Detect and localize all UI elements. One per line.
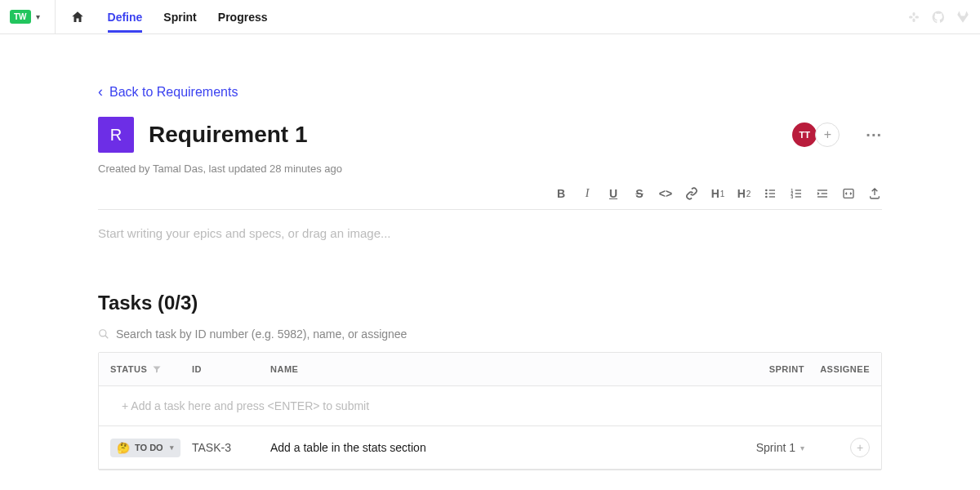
svg-rect-9 [769,196,775,197]
col-id[interactable]: ID [192,364,270,374]
thinking-emoji-icon: 🤔 [117,442,130,454]
task-search-input[interactable]: Search task by ID number (e.g. 5982), na… [98,327,882,341]
page-title[interactable]: Requirement 1 [149,122,777,148]
add-assignee-button[interactable]: + [815,122,840,147]
svg-rect-0 [909,16,913,18]
strikethrough-button[interactable]: S [632,186,647,201]
upload-button[interactable] [867,186,882,201]
outdent-button[interactable] [815,186,830,201]
tasks-heading: Tasks (0/3) [98,292,882,314]
more-menu-button[interactable]: ··· [866,126,882,145]
requirement-badge: R [98,117,134,153]
bullet-list-button[interactable] [763,186,777,201]
editor-toolbar: B I U S <> H1 H2 123 [98,181,882,210]
github-icon[interactable] [931,10,946,24]
task-id: TASK-3 [192,441,270,454]
status-label: TO DO [135,443,163,452]
svg-text:3: 3 [791,194,793,199]
workspace-switcher[interactable]: TW [10,10,31,24]
chevron-down-icon: ▾ [36,12,40,21]
h2-button[interactable]: H2 [737,186,751,201]
col-status[interactable]: STATUS [110,364,192,374]
home-icon[interactable] [70,10,85,24]
svg-point-4 [765,189,768,192]
search-icon [98,328,109,340]
table-row[interactable]: 🤔 TO DO ▾ TASK-3 Add a table in the stat… [99,426,881,470]
status-pill[interactable]: 🤔 TO DO ▾ [110,439,180,457]
svg-rect-17 [822,193,827,194]
code-button[interactable]: <> [658,186,673,201]
add-task-input[interactable]: + Add a task here and press <ENTER> to s… [99,386,881,426]
chevron-left-icon: ‹ [98,83,103,100]
svg-rect-18 [817,196,827,197]
h1-button[interactable]: H1 [710,186,725,201]
task-table: STATUS ID NAME SPRINT ASSIGNEE + Add a t… [98,352,882,470]
svg-point-6 [765,193,768,195]
col-name[interactable]: NAME [270,364,731,374]
col-sprint[interactable]: SPRINT [731,364,804,374]
back-link-text: Back to Requirements [109,85,238,100]
svg-point-20 [100,330,106,336]
svg-rect-7 [769,193,775,194]
svg-rect-16 [817,189,827,190]
italic-button[interactable]: I [580,186,595,201]
avatar[interactable]: TT [792,122,817,147]
meta-text: Created by Tamal Das, last updated 28 mi… [98,163,882,175]
search-placeholder: Search task by ID number (e.g. 5982), na… [116,327,407,341]
filter-icon [152,364,162,374]
svg-rect-1 [915,16,920,18]
svg-rect-5 [769,189,775,190]
table-header: STATUS ID NAME SPRINT ASSIGNEE [99,353,881,386]
editor-textarea[interactable]: Start writing your epics and specs, or d… [98,226,882,275]
svg-rect-3 [913,18,915,22]
tab-progress[interactable]: Progress [218,2,268,33]
code-block-button[interactable] [841,186,856,201]
svg-rect-13 [795,193,801,194]
underline-button[interactable]: U [606,186,621,201]
bold-button[interactable]: B [554,186,568,201]
tab-sprint[interactable]: Sprint [163,2,196,33]
back-to-requirements-link[interactable]: ‹ Back to Requirements [98,83,238,100]
tab-define[interactable]: Define [108,2,143,33]
svg-rect-15 [795,196,801,197]
svg-point-8 [765,196,768,198]
chevron-down-icon: ▾ [170,443,174,452]
divider [55,0,56,34]
slack-icon[interactable] [906,10,921,24]
link-button[interactable] [684,186,699,201]
svg-rect-2 [913,12,915,16]
task-name[interactable]: Add a table in the stats section [270,441,731,454]
sprint-select[interactable]: Sprint 1 ▾ [731,441,804,454]
add-assignee-button[interactable]: + [850,438,870,457]
workspace-badge-text: TW [14,12,27,21]
svg-rect-11 [795,189,801,190]
col-assignee[interactable]: ASSIGNEE [804,364,870,374]
gitlab-icon[interactable] [956,10,970,24]
numbered-list-button[interactable]: 123 [789,186,804,201]
